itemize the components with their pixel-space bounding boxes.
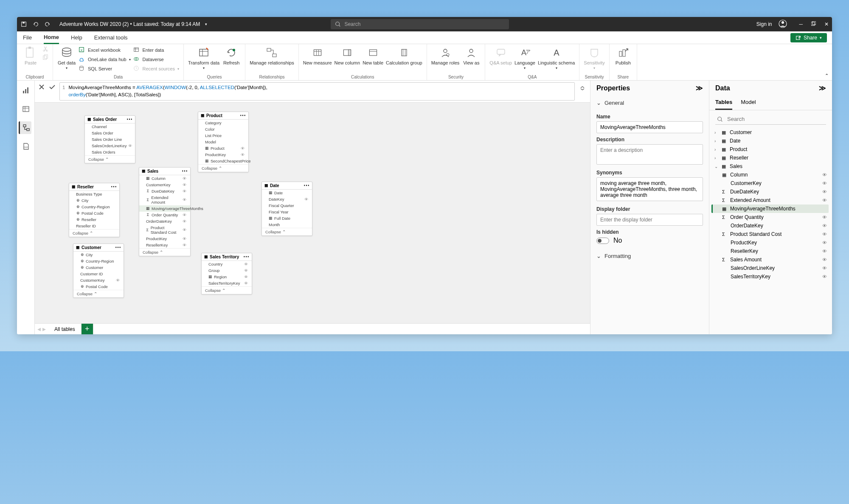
dataverse-button[interactable]: Dataverse <box>133 55 179 64</box>
model-subtab[interactable]: Model <box>741 95 756 110</box>
model-view-icon[interactable] <box>19 121 31 134</box>
sql-server-button[interactable]: SQL Server <box>79 64 131 73</box>
more-icon[interactable]: ⋯ <box>240 114 246 117</box>
view-as-button[interactable]: View as <box>462 46 481 65</box>
publish-button[interactable]: Publish <box>614 46 633 65</box>
undo-icon[interactable] <box>32 21 39 28</box>
redo-icon[interactable] <box>44 21 51 28</box>
data-search-input[interactable] <box>715 114 826 125</box>
table-card-sales-territory[interactable]: ▦Sales Territory⋯ Country👁 Group👁 ▦Regio… <box>201 253 252 294</box>
excel-workbook-button[interactable]: XExcel workbook <box>79 46 131 54</box>
collapse-button[interactable]: Collapse ⌃ <box>139 248 190 256</box>
table-card-date[interactable]: ▦Date⋯ ▦Date DateKey👁 Fiscal Quarter Fis… <box>261 182 312 236</box>
tree-item-reseller[interactable]: ›▦Reseller <box>713 154 829 162</box>
dax-view-icon[interactable]: DAX <box>20 140 32 153</box>
save-icon[interactable] <box>20 21 27 28</box>
formula-expand-icon[interactable] <box>578 82 587 95</box>
tree-field-duedatekey[interactable]: ΣDueDateKey👁 <box>713 188 829 196</box>
tree-field-extended-amount[interactable]: ΣExtended Amount👁 <box>713 196 829 204</box>
collapse-panel-icon[interactable]: ≫ <box>819 84 826 92</box>
tree-field-salesorderlinekey[interactable]: SalesOrderLineKey👁 <box>713 264 829 272</box>
global-search[interactable]: Search <box>331 19 509 29</box>
more-icon[interactable]: ⋯ <box>304 184 309 187</box>
cancel-formula-icon[interactable] <box>38 84 45 92</box>
recent-sources-button[interactable]: Recent sources ▾ <box>133 64 179 73</box>
collapse-button[interactable]: Collapse ⌃ <box>202 286 252 294</box>
tree-field-customerkey[interactable]: CustomerKey👁 <box>713 179 829 188</box>
linguistic-schema-button[interactable]: ALinguistic schema▾ <box>538 46 575 70</box>
collapse-button[interactable]: Collapse ⌃ <box>198 164 248 172</box>
tree-field-resellerkey[interactable]: ResellerKey👁 <box>713 247 829 255</box>
account-icon[interactable] <box>779 20 787 29</box>
transform-data-button[interactable]: Transform data▾ <box>188 46 219 70</box>
copy-icon[interactable] <box>42 54 48 62</box>
tree-field-sales-amount[interactable]: ΣSales Amount👁 <box>713 255 829 264</box>
new-measure-button[interactable]: New measure <box>303 46 332 65</box>
tree-field-column[interactable]: ▦Column👁 <box>713 171 829 179</box>
tree-item-sales[interactable]: ⌄▦Sales <box>713 162 829 171</box>
more-icon[interactable]: ⋯ <box>111 185 117 188</box>
table-card-customer[interactable]: ▦Customer⋯ ⊕City ⊕Country-Region ⊕Custom… <box>73 244 124 298</box>
commit-formula-icon[interactable] <box>48 84 56 92</box>
tree-field-movingaverage[interactable]: ▦MovingAverageThreeMonths <box>711 204 829 213</box>
tree-field-salesterritorykey[interactable]: SalesTerritoryKey👁 <box>713 272 829 281</box>
qna-setup-button[interactable]: Q&A setup <box>489 46 512 65</box>
onelake-button[interactable]: OneLake data hub ▾ <box>79 55 131 64</box>
tree-field-productkey[interactable]: ProductKey👁 <box>713 238 829 247</box>
collapse-button[interactable]: Collapse ⌃ <box>85 155 135 163</box>
new-table-button[interactable]: New table <box>363 46 383 65</box>
signin-link[interactable]: Sign in <box>756 21 772 27</box>
tree-field-orderdatekey[interactable]: OrderDateKey👁 <box>713 221 829 230</box>
tree-item-customer[interactable]: ›▦Customer <box>713 128 829 137</box>
maximize-icon[interactable] <box>811 21 816 27</box>
display-folder-input[interactable] <box>596 214 703 226</box>
name-input[interactable] <box>596 121 703 133</box>
table-card-reseller[interactable]: ▦Reseller⋯ Business Type ⊕City ⊕Country-… <box>69 183 120 237</box>
paste-button[interactable]: Paste <box>21 46 40 65</box>
tab-all-tables[interactable]: All tables <box>48 324 82 335</box>
title-dropdown-icon[interactable]: ▾ <box>205 22 207 26</box>
close-icon[interactable]: ✕ <box>824 21 829 27</box>
tree-field-product-std-cost[interactable]: ΣProduct Standard Cost👁 <box>713 230 829 238</box>
table-card-product[interactable]: ▦Product⋯ Category Color List Price Mode… <box>198 112 249 172</box>
tab-prev-icon[interactable]: ◂ <box>37 325 41 333</box>
collapse-button[interactable]: Collapse ⌃ <box>73 290 124 297</box>
synonyms-input[interactable] <box>596 177 703 201</box>
enter-data-button[interactable]: Enter data <box>133 46 179 54</box>
collapse-button[interactable]: Collapse ⌃ <box>262 228 312 235</box>
model-canvas[interactable]: ▦Sales Order⋯ Channel Sales Order Sales … <box>35 103 590 324</box>
add-tab-button[interactable]: + <box>82 324 93 335</box>
formatting-section-toggle[interactable]: ⌄Formatting <box>596 251 703 261</box>
table-card-sales-order[interactable]: ▦Sales Order⋯ Channel Sales Order Sales … <box>84 115 135 163</box>
new-column-button[interactable]: New column <box>335 46 360 65</box>
report-view-icon[interactable] <box>20 84 32 97</box>
tab-next-icon[interactable]: ▸ <box>42 325 46 333</box>
get-data-button[interactable]: Get data ▾ <box>57 46 76 70</box>
sensitivity-button[interactable]: Sensitivity▾ <box>584 46 605 70</box>
tab-file[interactable]: File <box>23 31 32 44</box>
tree-field-order-quantity[interactable]: ΣOrder Quantity👁 <box>713 213 829 221</box>
data-view-icon[interactable] <box>20 103 32 115</box>
table-card-sales[interactable]: ▦Sales⋯ ▦Column👁 CustomerKey👁 ΣDueDateKe… <box>139 167 191 256</box>
calculation-group-button[interactable]: Calculation group <box>386 46 422 65</box>
manage-relationships-button[interactable]: Manage relationships <box>250 46 294 65</box>
more-icon[interactable]: ⋯ <box>115 246 121 249</box>
collapse-button[interactable]: Collapse ⌃ <box>69 229 119 237</box>
tab-help[interactable]: Help <box>71 31 82 44</box>
ribbon-collapse-icon[interactable]: ⌃ <box>825 73 829 78</box>
language-button[interactable]: AアLanguage▾ <box>514 46 535 70</box>
tree-item-product[interactable]: ›▦Product <box>713 145 829 154</box>
tab-external-tools[interactable]: External tools <box>94 31 128 44</box>
collapse-panel-icon[interactable]: ≫ <box>696 84 703 92</box>
more-icon[interactable]: ⋯ <box>243 255 249 258</box>
minimize-icon[interactable]: ─ <box>799 21 803 27</box>
general-section-toggle[interactable]: ⌄General <box>596 98 703 108</box>
tree-item-date[interactable]: ›▦Date <box>713 137 829 145</box>
description-input[interactable] <box>596 144 703 165</box>
tab-home[interactable]: Home <box>44 32 59 44</box>
formula-input[interactable]: 1 MovingAverageThreeMonths = AVERAGEX(WI… <box>59 82 575 101</box>
more-icon[interactable]: ⋯ <box>127 118 132 121</box>
manage-roles-button[interactable]: Manage roles <box>431 46 460 65</box>
more-icon[interactable]: ⋯ <box>182 170 188 173</box>
refresh-button[interactable]: Refresh <box>222 46 241 65</box>
